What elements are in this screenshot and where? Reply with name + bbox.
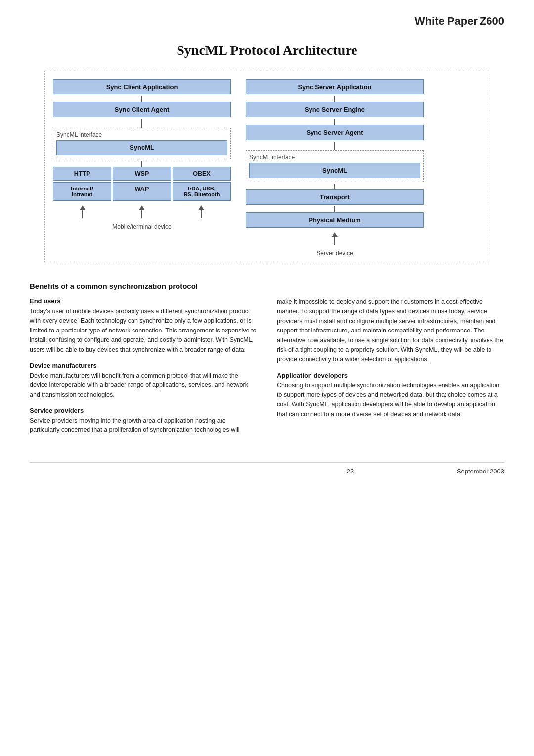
client-side: Sync Client Application Sync Client Agen… xyxy=(53,79,231,257)
page-footer: 23 September 2003 xyxy=(30,462,504,475)
app-developers-title: Application developers xyxy=(277,372,504,379)
page-number: 23 xyxy=(243,468,457,475)
client-transport-row: HTTP WSP OBEX xyxy=(53,167,231,181)
app-developers-subsection: Application developers Choosing to suppo… xyxy=(277,372,504,420)
outer-diagram: Sync Client Application Sync Client Agen… xyxy=(44,71,490,262)
client-arrows xyxy=(53,205,231,218)
server-arrow xyxy=(332,232,338,245)
page-header: White Paper Z600 xyxy=(30,15,504,28)
physical-medium-box: Physical Medium xyxy=(246,212,424,228)
brand-label: White Paper Z600 xyxy=(415,15,504,28)
wsp-box: WSP xyxy=(113,167,171,181)
connector-2 xyxy=(141,119,142,128)
client-syncml-dashed: SyncML interface SyncML xyxy=(53,128,231,159)
arrow-2 xyxy=(139,205,145,218)
left-column: End users Today's user of mobile devices… xyxy=(30,297,257,442)
arrow-shaft-2 xyxy=(141,210,142,218)
arrow-head-3 xyxy=(198,205,204,210)
client-syncml-label: SyncML interface xyxy=(56,131,227,138)
connector-1 xyxy=(141,96,142,102)
http-box: HTTP xyxy=(53,167,111,181)
server-side: Sync Server Application Sync Server Engi… xyxy=(246,79,424,257)
sync-client-application-box: Sync Client Application xyxy=(53,79,231,94)
transport-box: Transport xyxy=(246,189,424,205)
server-syncml-box: SyncML xyxy=(249,163,420,178)
device-manufacturers-subsection: Device manufacturers Device manufacturer… xyxy=(30,362,257,400)
client-syncml-box: SyncML xyxy=(56,140,227,155)
end-users-text: Today's user of mobile devices probably … xyxy=(30,307,257,355)
arrow-head-1 xyxy=(80,205,86,210)
arrow-shaft-1 xyxy=(82,210,83,218)
server-connector-1 xyxy=(334,96,335,102)
server-syncml-label: SyncML interface xyxy=(249,154,420,161)
service-providers-subsection: Service providers Service providers movi… xyxy=(30,407,257,435)
client-device-label: Mobile/terminal device xyxy=(112,223,171,230)
server-arrow-head xyxy=(332,232,338,237)
diagram-container: Sync Client Application Sync Client Agen… xyxy=(30,71,504,262)
intro-continuation-text: make it impossible to deploy and support… xyxy=(277,297,504,365)
client-medium-row: Internet/Intranet WAP IrDA, USB,RS, Blue… xyxy=(53,182,231,201)
content-columns: End users Today's user of mobile devices… xyxy=(30,297,504,442)
server-connector-3 xyxy=(334,142,335,150)
app-developers-text: Choosing to support multiple synchroniza… xyxy=(277,381,504,420)
arrow-shaft-3 xyxy=(201,210,202,218)
wap-box: WAP xyxy=(113,182,171,201)
right-column: make it impossible to deploy and support… xyxy=(277,297,504,442)
internet-intranet-box: Internet/Intranet xyxy=(53,182,111,201)
white-paper-label: White Paper xyxy=(415,15,478,27)
end-users-subsection: End users Today's user of mobile devices… xyxy=(30,297,257,355)
sync-client-agent-box: Sync Client Agent xyxy=(53,102,231,117)
diagram-title: SyncML Protocol Architecture xyxy=(30,43,504,58)
server-arrow-shaft xyxy=(334,237,335,245)
server-device-label: Server device xyxy=(316,250,353,257)
arrow-head-2 xyxy=(139,205,145,210)
server-connector-4 xyxy=(334,184,335,189)
device-manufacturers-text: Device manufacturers will benefit from a… xyxy=(30,371,257,400)
server-connector-2 xyxy=(334,119,335,125)
device-manufacturers-title: Device manufacturers xyxy=(30,362,257,369)
sync-server-application-box: Sync Server Application xyxy=(246,79,424,94)
arrow-3 xyxy=(198,205,204,218)
service-providers-text: Service providers moving into the growth… xyxy=(30,416,257,435)
model-label: Z600 xyxy=(480,15,504,27)
footer-date: September 2003 xyxy=(457,468,504,475)
benefits-section: Benefits of a common synchronization pro… xyxy=(30,282,504,442)
arrow-1 xyxy=(80,205,86,218)
connector-3 xyxy=(141,161,142,167)
diagram-two-sides: Sync Client Application Sync Client Agen… xyxy=(53,79,481,257)
server-connector-5 xyxy=(334,206,335,212)
server-syncml-dashed: SyncML interface SyncML xyxy=(246,150,424,182)
irda-box: IrDA, USB,RS, Bluetooth xyxy=(173,182,231,201)
obex-box: OBEX xyxy=(173,167,231,181)
end-users-title: End users xyxy=(30,297,257,305)
sync-server-agent-box: Sync Server Agent xyxy=(246,125,424,140)
section-title: Benefits of a common synchronization pro… xyxy=(30,282,504,290)
sync-server-engine-box: Sync Server Engine xyxy=(246,102,424,117)
service-providers-title: Service providers xyxy=(30,407,257,414)
